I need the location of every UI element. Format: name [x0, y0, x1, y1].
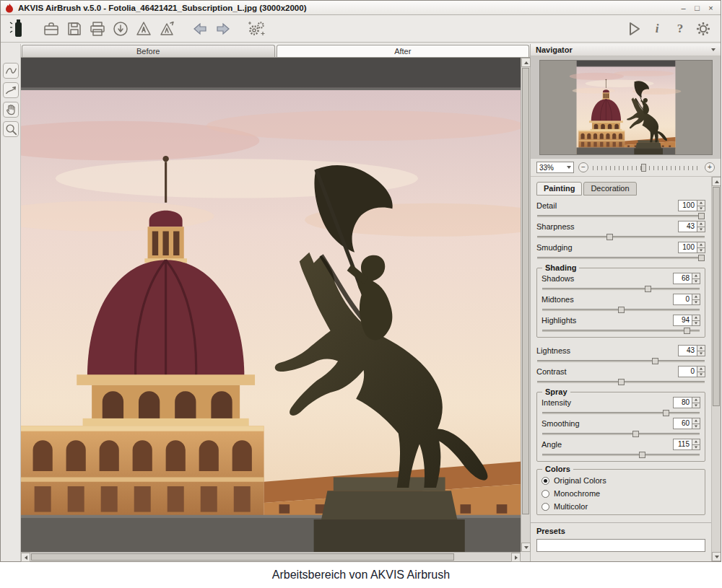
param-value-input[interactable]: 94 [673, 315, 692, 326]
stroke-tool-button[interactable] [3, 63, 19, 79]
info-button[interactable]: i [645, 17, 669, 40]
open-image-button[interactable] [40, 17, 63, 40]
scroll-down-button[interactable] [712, 552, 721, 561]
param-slider-handle[interactable] [618, 379, 625, 385]
spinner-up-button[interactable] [697, 242, 705, 248]
scroll-down-button[interactable] [521, 543, 531, 552]
tab-painting[interactable]: Painting [536, 182, 582, 196]
spinner-down-button[interactable] [692, 321, 700, 327]
param-value-input[interactable]: 60 [673, 418, 692, 429]
spinner-up-button[interactable] [697, 345, 705, 351]
scroll-thumb[interactable] [522, 68, 529, 514]
navigator-thumbnail[interactable] [539, 60, 713, 155]
param-slider-handle[interactable] [663, 410, 669, 416]
param-value-input[interactable]: 115 [673, 439, 692, 450]
spinner-down-button[interactable] [692, 424, 700, 430]
param-slider[interactable] [537, 212, 705, 219]
param-slider[interactable] [542, 285, 700, 292]
radio-button[interactable] [542, 490, 549, 498]
radio-option[interactable]: Multicolor [542, 500, 700, 513]
redo-button[interactable] [212, 17, 235, 40]
quick-process-button[interactable] [245, 17, 268, 40]
spinner-down-button[interactable] [697, 227, 705, 233]
image-canvas[interactable] [21, 58, 521, 552]
radio-option[interactable]: Monochrome [542, 487, 700, 500]
slider-track[interactable] [542, 288, 700, 290]
zoom-out-button[interactable]: − [578, 162, 588, 172]
param-slider-handle[interactable] [652, 358, 658, 364]
param-value-input[interactable]: 0 [678, 366, 697, 377]
spinner-down-button[interactable] [692, 403, 700, 409]
publish-button[interactable] [155, 17, 178, 40]
param-value-input[interactable]: 0 [673, 294, 692, 305]
spinner-up-button[interactable] [692, 315, 700, 321]
spinner-up-button[interactable] [697, 200, 705, 206]
save-image-button[interactable] [63, 17, 86, 40]
spinner-up-button[interactable] [692, 439, 700, 445]
zoom-in-button[interactable]: + [705, 162, 715, 172]
spinner-down-button[interactable] [692, 300, 700, 306]
param-slider-handle[interactable] [698, 213, 705, 219]
param-slider-handle[interactable] [698, 255, 705, 261]
canvas-vertical-scrollbar[interactable] [521, 58, 530, 552]
param-value-input[interactable]: 68 [673, 273, 692, 284]
presets-select[interactable] [536, 539, 705, 552]
param-slider-handle[interactable] [639, 452, 645, 458]
param-value-input[interactable]: 43 [678, 221, 697, 232]
spinner-down-button[interactable] [697, 351, 705, 357]
param-slider[interactable] [542, 430, 700, 437]
scroll-right-button[interactable] [511, 553, 521, 562]
slider-track[interactable] [542, 454, 700, 456]
scroll-left-button[interactable] [21, 553, 30, 562]
zoom-slider-handle[interactable] [641, 164, 646, 172]
navigator-header[interactable]: Navigator [531, 44, 721, 56]
param-slider[interactable] [537, 378, 705, 385]
canvas-horizontal-scrollbar[interactable] [21, 552, 521, 561]
slider-track[interactable] [537, 215, 705, 217]
param-slider[interactable] [537, 233, 705, 240]
spinner-up-button[interactable] [697, 221, 705, 227]
param-slider[interactable] [542, 451, 700, 458]
slider-track[interactable] [542, 433, 700, 435]
param-slider-handle[interactable] [684, 328, 690, 334]
spinner-down-button[interactable] [697, 248, 705, 254]
undo-button[interactable] [188, 17, 212, 40]
scroll-up-button[interactable] [521, 58, 531, 67]
spinner-down-button[interactable] [697, 372, 705, 378]
spinner-up-button[interactable] [692, 397, 700, 403]
param-slider[interactable] [542, 409, 700, 416]
preferences-button[interactable] [692, 17, 715, 40]
spinner-down-button[interactable] [692, 279, 700, 285]
spinner-up-button[interactable] [692, 273, 700, 279]
param-value-input[interactable]: 43 [678, 345, 697, 356]
param-slider[interactable] [542, 327, 700, 334]
param-value-input[interactable]: 100 [678, 242, 697, 253]
slider-track[interactable] [542, 330, 700, 332]
scroll-up-button[interactable] [712, 177, 721, 186]
param-slider-handle[interactable] [632, 431, 639, 437]
tab-after[interactable]: After [277, 45, 530, 57]
spinner-up-button[interactable] [697, 366, 705, 372]
hand-tool-button[interactable] [3, 102, 19, 118]
spinner-up-button[interactable] [692, 418, 700, 424]
param-slider[interactable] [537, 357, 705, 364]
spinner-up-button[interactable] [692, 294, 700, 300]
zoom-slider[interactable] [593, 163, 700, 172]
param-value-input[interactable]: 100 [678, 200, 697, 211]
print-button[interactable] [86, 17, 109, 40]
close-button[interactable]: × [705, 2, 717, 13]
collapse-icon[interactable] [711, 48, 716, 51]
zoom-select[interactable]: 33% [536, 162, 574, 173]
param-slider-handle[interactable] [618, 307, 625, 313]
scroll-thumb[interactable] [31, 553, 454, 561]
slider-track[interactable] [537, 236, 705, 238]
slider-track[interactable] [537, 257, 705, 259]
tab-decoration[interactable]: Decoration [583, 182, 636, 196]
radio-button[interactable] [542, 477, 549, 485]
radio-option[interactable]: Original Colors [542, 474, 700, 487]
maximize-button[interactable]: □ [691, 2, 703, 13]
param-slider-handle[interactable] [645, 286, 651, 292]
spinner-down-button[interactable] [692, 445, 700, 451]
param-slider[interactable] [537, 254, 705, 261]
spinner-down-button[interactable] [697, 206, 705, 212]
